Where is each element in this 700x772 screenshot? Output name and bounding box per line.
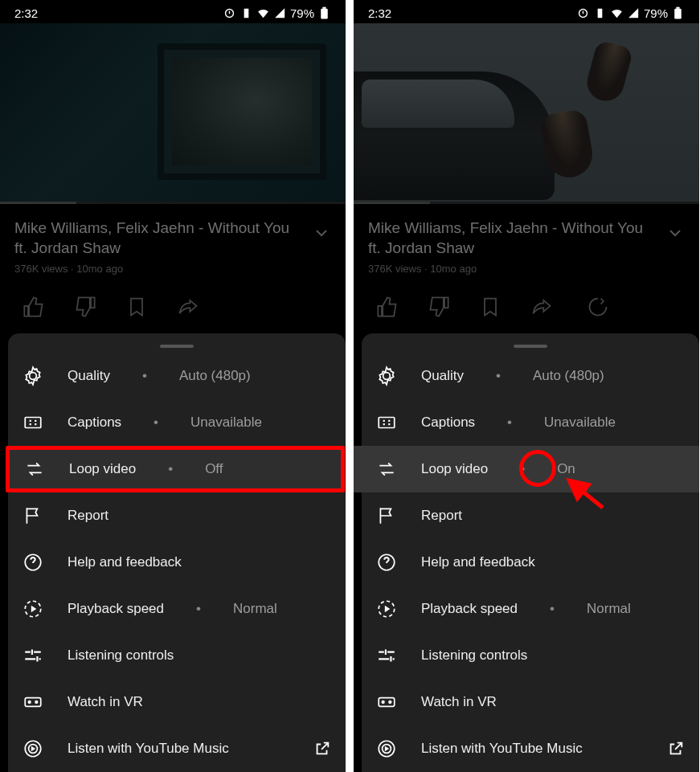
menu-captions[interactable]: Captions • Unavailable — [8, 399, 346, 446]
captions-icon — [376, 412, 397, 433]
yt-music-icon — [376, 738, 397, 759]
sliders-icon — [376, 645, 397, 666]
sheet-handle[interactable] — [514, 345, 547, 348]
video-info[interactable]: Mike Williams, Felix Jaehn - Without You… — [354, 204, 699, 281]
menu-watch-vr[interactable]: Watch in VR — [8, 679, 346, 725]
phone-screenshot-right: 2:32 79% Mike Williams, Felix Jaehn - Wi… — [354, 0, 699, 772]
status-bar: 2:32 79% — [354, 0, 699, 23]
playback-speed-icon — [23, 598, 43, 619]
loop-icon — [24, 459, 45, 480]
menu-quality[interactable]: Quality • Auto (480p) — [8, 353, 346, 399]
svg-point-7 — [35, 701, 38, 704]
video-title: Mike Williams, Felix Jaehn - Without You… — [368, 219, 685, 258]
menu-loop-video[interactable]: Loop video • Off — [6, 446, 345, 492]
captions-icon — [23, 412, 43, 433]
status-bar: 2:32 79% — [0, 0, 346, 23]
wifi-icon — [610, 6, 624, 20]
wifi-icon — [256, 6, 270, 20]
vibrate-icon — [239, 6, 253, 20]
vr-icon — [23, 692, 43, 713]
phone-screenshot-left: 2:32 79% Mike Williams, Felix Jaehn - Wi… — [0, 0, 346, 772]
action-bar — [0, 281, 346, 325]
svg-rect-15 — [379, 698, 395, 707]
menu-quality[interactable]: Quality • Auto (480p) — [362, 353, 699, 399]
svg-point-17 — [388, 701, 391, 704]
menu-loop-video[interactable]: Loop video • On — [354, 446, 699, 492]
clock: 2:32 — [368, 6, 391, 20]
battery-percent: 79% — [290, 6, 314, 20]
menu-help[interactable]: Help and feedback — [362, 539, 699, 586]
menu-playback-speed[interactable]: Playback speed • Normal — [8, 586, 346, 632]
like-icon[interactable] — [23, 296, 45, 318]
loop-value: On — [557, 461, 575, 477]
loop-value: Off — [205, 461, 223, 477]
share-icon[interactable] — [177, 296, 199, 318]
share-icon[interactable] — [530, 296, 553, 318]
playback-speed-icon — [376, 598, 397, 619]
menu-youtube-music[interactable]: Listen with YouTube Music — [362, 725, 699, 772]
clock: 2:32 — [14, 6, 38, 20]
svg-rect-12 — [379, 418, 395, 428]
flag-icon — [376, 505, 397, 526]
menu-watch-vr[interactable]: Watch in VR — [362, 679, 699, 725]
menu-youtube-music[interactable]: Listen with YouTube Music — [8, 725, 346, 772]
dislike-icon[interactable] — [74, 296, 96, 318]
video-player[interactable] — [0, 23, 346, 204]
svg-rect-11 — [676, 7, 679, 9]
video-stats: 376K views · 10mo ago — [368, 263, 685, 275]
vibrate-icon — [593, 6, 607, 20]
video-stats: 376K views · 10mo ago — [14, 263, 331, 275]
svg-point-16 — [382, 701, 385, 704]
svg-rect-1 — [322, 7, 325, 9]
gear-icon — [23, 366, 43, 386]
alarm-icon — [223, 6, 236, 20]
sliders-icon — [23, 645, 43, 666]
external-link-icon — [667, 740, 685, 758]
settings-bottom-sheet: Quality • Auto (480p) Captions • Unavail… — [362, 333, 699, 772]
battery-icon — [317, 6, 331, 20]
external-link-icon — [313, 740, 331, 758]
chevron-down-icon[interactable] — [665, 223, 685, 243]
sheet-handle[interactable] — [160, 345, 194, 348]
svg-rect-10 — [674, 9, 682, 19]
chevron-down-icon[interactable] — [312, 223, 331, 243]
svg-rect-5 — [25, 698, 41, 707]
svg-point-6 — [28, 701, 31, 704]
signal-icon — [627, 6, 641, 20]
menu-report[interactable]: Report — [362, 492, 699, 539]
menu-help[interactable]: Help and feedback — [8, 539, 346, 586]
help-icon — [376, 552, 397, 573]
menu-listening-controls[interactable]: Listening controls — [362, 632, 699, 679]
alarm-icon — [576, 6, 590, 20]
battery-percent: 79% — [644, 6, 668, 20]
save-icon[interactable] — [479, 296, 501, 318]
save-icon[interactable] — [125, 296, 148, 318]
menu-listening-controls[interactable]: Listening controls — [8, 632, 346, 679]
remix-icon[interactable] — [587, 296, 609, 318]
menu-captions[interactable]: Captions • Unavailable — [362, 399, 699, 446]
gear-icon — [376, 366, 397, 386]
vr-icon — [376, 692, 397, 713]
settings-bottom-sheet: Quality • Auto (480p) Captions • Unavail… — [8, 333, 346, 772]
flag-icon — [23, 505, 43, 526]
loop-icon — [376, 459, 397, 480]
dislike-icon[interactable] — [428, 296, 450, 318]
svg-rect-0 — [321, 9, 328, 19]
signal-icon — [273, 6, 287, 20]
video-player[interactable] — [354, 23, 699, 204]
yt-music-icon — [23, 738, 43, 759]
video-title: Mike Williams, Felix Jaehn - Without You… — [14, 219, 331, 258]
svg-rect-2 — [25, 418, 41, 428]
menu-playback-speed[interactable]: Playback speed • Normal — [362, 586, 699, 632]
like-icon[interactable] — [376, 296, 399, 318]
video-info[interactable]: Mike Williams, Felix Jaehn - Without You… — [0, 204, 346, 281]
menu-report[interactable]: Report — [8, 492, 346, 539]
help-icon — [23, 552, 43, 573]
battery-icon — [671, 6, 685, 20]
action-bar — [354, 281, 699, 325]
